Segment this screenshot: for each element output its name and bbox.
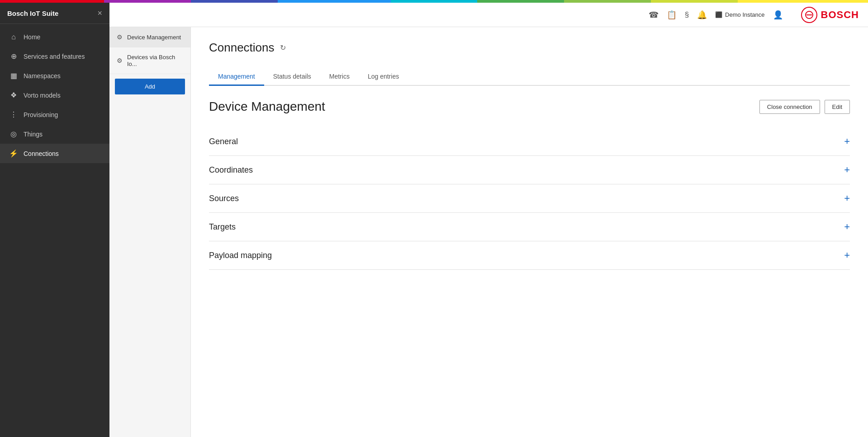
sidebar-item-label: Vorto models <box>24 92 61 99</box>
sidebar-item-home[interactable]: ⌂ Home <box>0 28 109 47</box>
accordion-toggle-payload-mapping[interactable]: + <box>844 250 850 260</box>
instance-icon: ⬛ <box>715 11 722 18</box>
sidebar-item-namespaces[interactable]: ▦ Namespaces <box>0 66 109 85</box>
sidebar-item-provisioning[interactable]: ⋮ Provisioning <box>0 105 109 124</box>
accordion-label-coordinates: Coordinates <box>209 165 253 175</box>
sidebar-item-services[interactable]: ⊕ Services and features <box>0 47 109 66</box>
vorto-icon: ❖ <box>9 91 18 99</box>
accordion-toggle-general[interactable]: + <box>844 136 850 146</box>
detail-actions: Close connection Edit <box>759 100 850 114</box>
bosch-brand-text: BOSCH <box>821 9 859 21</box>
tab-log-entries[interactable]: Log entries <box>359 68 408 86</box>
accordion-label-payload-mapping: Payload mapping <box>209 251 272 260</box>
sidebar-item-label: Services and features <box>24 53 85 60</box>
accordion-label-sources: Sources <box>209 194 239 203</box>
accordion-toggle-targets[interactable]: + <box>844 222 850 232</box>
accordion-label-targets: Targets <box>209 222 236 232</box>
sidebar-item-label: Home <box>24 33 40 41</box>
accordion-toggle-sources[interactable]: + <box>844 193 850 203</box>
accordion-section-payload-mapping: Payload mapping + <box>209 241 850 270</box>
left-panel-item-device-management[interactable]: ⚙ Device Management <box>109 27 190 47</box>
home-icon: ⌂ <box>9 33 18 41</box>
sidebar-nav: ⌂ Home ⊕ Services and features ▦ Namespa… <box>0 24 109 167</box>
detail-title: Device Management <box>209 99 325 114</box>
page-body: ⚙ Device Management ⚙ Devices via Bosch … <box>109 27 868 437</box>
sidebar-header: Bosch IoT Suite × <box>0 3 109 24</box>
tab-status-details[interactable]: Status details <box>264 68 320 86</box>
tab-metrics[interactable]: Metrics <box>320 68 359 86</box>
bosch-logo: BOSCH <box>801 7 859 23</box>
devices-bosch-icon: ⚙ <box>117 57 123 64</box>
page-title: Connections <box>209 41 275 55</box>
connections-icon: ⚡ <box>9 149 18 158</box>
sidebar-item-vorto[interactable]: ❖ Vorto models <box>0 85 109 105</box>
sidebar-close-button[interactable]: × <box>97 9 102 17</box>
sidebar-item-label: Connections <box>24 150 59 157</box>
demo-instance-selector[interactable]: ⬛ Demo Instance <box>715 11 764 18</box>
right-content: Connections ↻ Management Status details … <box>191 27 868 437</box>
user-icon[interactable]: 👤 <box>773 10 783 20</box>
search-icon: ⊕ <box>9 52 18 61</box>
sidebar-item-label: Namespaces <box>24 72 61 80</box>
sidebar: Bosch IoT Suite × ⌂ Home ⊕ Services and … <box>0 3 109 437</box>
tab-management[interactable]: Management <box>209 68 264 86</box>
tabs: Management Status details Metrics Log en… <box>209 68 850 86</box>
edit-button[interactable]: Edit <box>825 100 850 114</box>
provisioning-icon: ⋮ <box>9 110 18 119</box>
device-management-icon: ⚙ <box>117 33 123 41</box>
bosch-emblem-icon <box>805 10 814 19</box>
bosch-circle-icon <box>801 7 817 23</box>
accordion-section-sources: Sources + <box>209 184 850 213</box>
accordion-section-general: General + <box>209 127 850 156</box>
left-panel-item-label: Device Management <box>127 34 181 41</box>
page-title-row: Connections ↻ <box>209 41 850 55</box>
main-content: ☎ 📋 § 🔔 ⬛ Demo Instance 👤 BOSCH <box>109 3 868 437</box>
book-icon[interactable]: 📋 <box>667 10 677 20</box>
detail-header: Device Management Close connection Edit <box>209 99 850 114</box>
accordion-header-targets[interactable]: Targets + <box>209 213 850 241</box>
bell-icon[interactable]: 🔔 <box>697 10 707 20</box>
section-sign-icon[interactable]: § <box>685 10 689 19</box>
sidebar-item-label: Provisioning <box>24 111 58 118</box>
refresh-icon[interactable]: ↻ <box>280 43 286 52</box>
phone-icon[interactable]: ☎ <box>649 10 659 20</box>
left-panel-item-devices-bosch[interactable]: ⚙ Devices via Bosch Io... <box>109 47 190 74</box>
accordion-header-general[interactable]: General + <box>209 127 850 155</box>
accordion-section-coordinates: Coordinates + <box>209 156 850 184</box>
sidebar-item-things[interactable]: ◎ Things <box>0 124 109 144</box>
top-header: ☎ 📋 § 🔔 ⬛ Demo Instance 👤 BOSCH <box>109 3 868 27</box>
header-icons: ☎ 📋 § 🔔 ⬛ Demo Instance 👤 <box>649 10 783 20</box>
accordion-header-sources[interactable]: Sources + <box>209 184 850 212</box>
accordion-toggle-coordinates[interactable]: + <box>844 165 850 175</box>
sidebar-item-label: Things <box>24 131 43 138</box>
accordion-header-payload-mapping[interactable]: Payload mapping + <box>209 241 850 269</box>
left-panel: ⚙ Device Management ⚙ Devices via Bosch … <box>109 27 191 437</box>
add-button[interactable]: Add <box>115 79 185 94</box>
namespaces-icon: ▦ <box>9 71 18 80</box>
demo-instance-label: Demo Instance <box>725 11 764 18</box>
accordion-section-targets: Targets + <box>209 213 850 241</box>
sidebar-item-connections[interactable]: ⚡ Connections <box>0 144 109 163</box>
accordion-label-general: General <box>209 137 238 146</box>
left-panel-item-label: Devices via Bosch Io... <box>127 54 183 67</box>
close-connection-button[interactable]: Close connection <box>759 100 820 114</box>
accordion-header-coordinates[interactable]: Coordinates + <box>209 156 850 184</box>
sidebar-title: Bosch IoT Suite <box>7 9 58 17</box>
things-icon: ◎ <box>9 130 18 138</box>
